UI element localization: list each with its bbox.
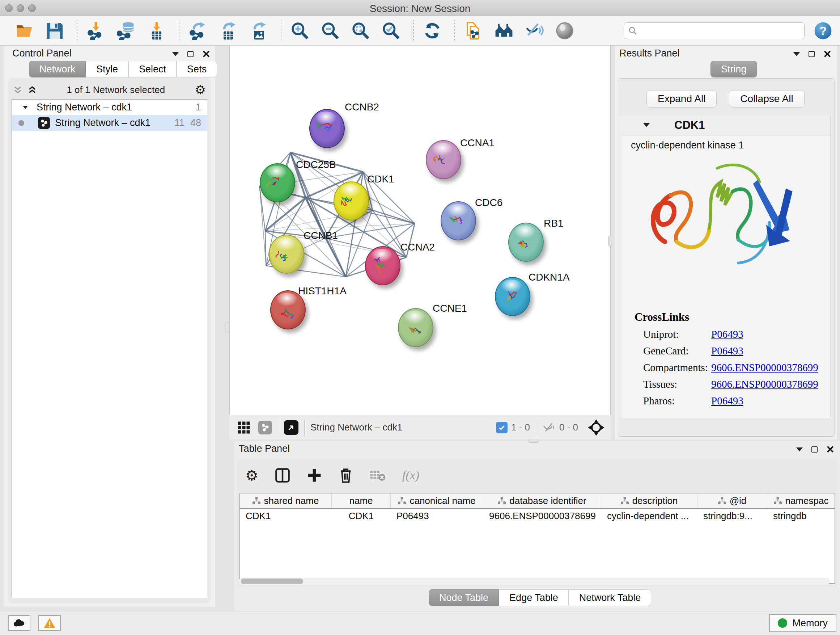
- zoom-in-icon[interactable]: [289, 20, 310, 41]
- table-cell[interactable]: stringdb: [767, 509, 835, 523]
- column-header-database-identifier[interactable]: database identifier: [483, 494, 601, 508]
- crosslink-link[interactable]: 9606.ENSP00000378699: [711, 378, 818, 390]
- delete-column-icon[interactable]: [339, 467, 353, 483]
- navigator-icon[interactable]: [284, 420, 298, 435]
- column-header-at-id[interactable]: @id: [698, 494, 767, 508]
- network-options-gear-icon[interactable]: ⚙: [195, 84, 206, 96]
- tab-style[interactable]: Style: [86, 61, 128, 78]
- show-columns-icon[interactable]: [275, 468, 290, 483]
- tab-sets[interactable]: Sets: [177, 61, 217, 78]
- table-cell[interactable]: cyclin-dependent ...: [601, 509, 698, 523]
- table-cell[interactable]: P06493: [391, 509, 483, 523]
- column-header-canonical-name[interactable]: canonical name: [391, 494, 483, 508]
- show-graphics-level-icon[interactable]: [554, 20, 575, 41]
- collapse-all-button[interactable]: Collapse All: [729, 90, 804, 108]
- refresh-view-icon[interactable]: [422, 20, 443, 41]
- network-node-cdk1[interactable]: [333, 181, 369, 220]
- scrollbar-thumb[interactable]: [241, 578, 303, 584]
- section-expander-icon[interactable]: [643, 123, 650, 127]
- tab-edge-table[interactable]: Edge Table: [499, 589, 569, 606]
- crosslink-link[interactable]: P06493: [711, 345, 744, 357]
- table-cell[interactable]: 9606.ENSP00000378699: [483, 509, 601, 523]
- crosslink-link[interactable]: 9606.ENSP00000378699: [711, 362, 818, 374]
- zoom-out-icon[interactable]: [320, 20, 341, 41]
- column-header-namespac[interactable]: namespac: [767, 494, 835, 508]
- network-node-cdc25b[interactable]: [260, 163, 295, 203]
- table-cell[interactable]: CDK1: [332, 509, 391, 523]
- window-title: Session: New Session: [0, 3, 840, 14]
- save-session-icon[interactable]: [44, 20, 65, 41]
- left-splitter-handle[interactable]: [225, 322, 229, 333]
- network-node-ccna2[interactable]: [365, 246, 401, 285]
- network-canvas[interactable]: CCNB2CCNA1CDC25BCDK1CDC6RB1CCNB1CCNA2CDK…: [229, 46, 611, 415]
- tab-select[interactable]: Select: [128, 61, 177, 78]
- help-icon[interactable]: ?: [813, 20, 834, 41]
- tab-network-table[interactable]: Network Table: [569, 589, 652, 606]
- network-node-ccna1[interactable]: [426, 140, 461, 179]
- cloud-status-button[interactable]: [8, 615, 30, 631]
- collapse-all-networks-icon[interactable]: [13, 85, 22, 95]
- table-options-gear-icon[interactable]: ⚙: [245, 469, 258, 481]
- table-row[interactable]: CDK1CDK1P064939606.ENSP00000378699cyclin…: [240, 509, 835, 523]
- network-node-ccnb2[interactable]: [309, 109, 345, 148]
- tab-network[interactable]: Network: [29, 61, 86, 78]
- float-panel-icon[interactable]: [808, 51, 815, 57]
- grid-view-icon[interactable]: [237, 421, 250, 434]
- network-node-ccnb1[interactable]: [269, 234, 304, 274]
- network-node-rb1[interactable]: [508, 223, 544, 262]
- network-view-icon[interactable]: [258, 421, 272, 434]
- expand-all-button[interactable]: Expand All: [646, 90, 717, 108]
- close-panel-icon[interactable]: [202, 50, 210, 58]
- gene-section-header[interactable]: CDK1: [622, 115, 831, 135]
- tab-string[interactable]: String: [711, 61, 757, 78]
- float-panel-icon[interactable]: [187, 51, 194, 57]
- expand-all-networks-icon[interactable]: [27, 85, 37, 95]
- column-header-description[interactable]: description: [601, 494, 698, 508]
- export-table-icon[interactable]: [218, 20, 239, 41]
- share-session-file-icon[interactable]: [463, 20, 484, 41]
- export-image-icon[interactable]: [248, 20, 269, 41]
- import-network-file-icon[interactable]: [85, 20, 106, 41]
- float-panel-icon[interactable]: [812, 447, 818, 453]
- selected-checkbox-icon[interactable]: [496, 422, 508, 433]
- string-home-icon[interactable]: [493, 20, 515, 41]
- network-edge[interactable]: [259, 187, 266, 266]
- tab-node-table[interactable]: Node Table: [429, 589, 499, 606]
- close-panel-icon[interactable]: [826, 445, 834, 453]
- hide-graphics-details-icon[interactable]: [524, 20, 545, 41]
- right-splitter-handle[interactable]: [608, 236, 612, 247]
- panel-menu-icon[interactable]: [172, 52, 179, 56]
- table-cell[interactable]: stringdb:9...: [698, 509, 767, 523]
- import-network-database-icon[interactable]: [116, 20, 137, 41]
- export-network-icon[interactable]: [187, 20, 208, 41]
- status-bar: Memory: [0, 612, 840, 635]
- fit-selected-crosshair-icon[interactable]: [587, 419, 605, 436]
- column-header-shared-name[interactable]: shared name: [240, 494, 332, 508]
- network-collection-row[interactable]: String Network – cdk1 1: [12, 100, 207, 115]
- open-session-icon[interactable]: [14, 20, 35, 41]
- import-table-icon[interactable]: [146, 20, 167, 41]
- network-node-cdkn1a[interactable]: [495, 277, 531, 316]
- network-row[interactable]: String Network – cdk1 11 48: [12, 115, 207, 131]
- table-cell[interactable]: CDK1: [240, 509, 332, 523]
- crosslink-link[interactable]: P06493: [711, 395, 744, 407]
- network-node-cdc6[interactable]: [441, 201, 476, 241]
- horizontal-scrollbar[interactable]: [239, 578, 830, 585]
- selected-nodes-edges-count: 1 - 0: [511, 422, 530, 433]
- column-header-name[interactable]: name: [332, 494, 391, 508]
- warnings-button[interactable]: [38, 615, 61, 631]
- crosslink-link[interactable]: P06493: [711, 328, 744, 340]
- panel-menu-icon[interactable]: [796, 448, 803, 451]
- collection-expander-icon[interactable]: [23, 106, 28, 109]
- zoom-fit-content-icon[interactable]: [350, 20, 371, 41]
- network-node-ccne1[interactable]: [398, 308, 433, 347]
- close-panel-icon[interactable]: [823, 50, 831, 58]
- panel-menu-icon[interactable]: [793, 52, 800, 56]
- bottom-splitter-handle[interactable]: [528, 439, 539, 443]
- zoom-selected-icon[interactable]: [381, 20, 401, 41]
- add-column-icon[interactable]: [307, 468, 322, 483]
- search-input[interactable]: [624, 22, 805, 39]
- network-edge[interactable]: [265, 198, 306, 231]
- gene-section: CDK1 cyclin-dependent kinase 1: [622, 115, 831, 418]
- memory-button[interactable]: Memory: [769, 614, 836, 632]
